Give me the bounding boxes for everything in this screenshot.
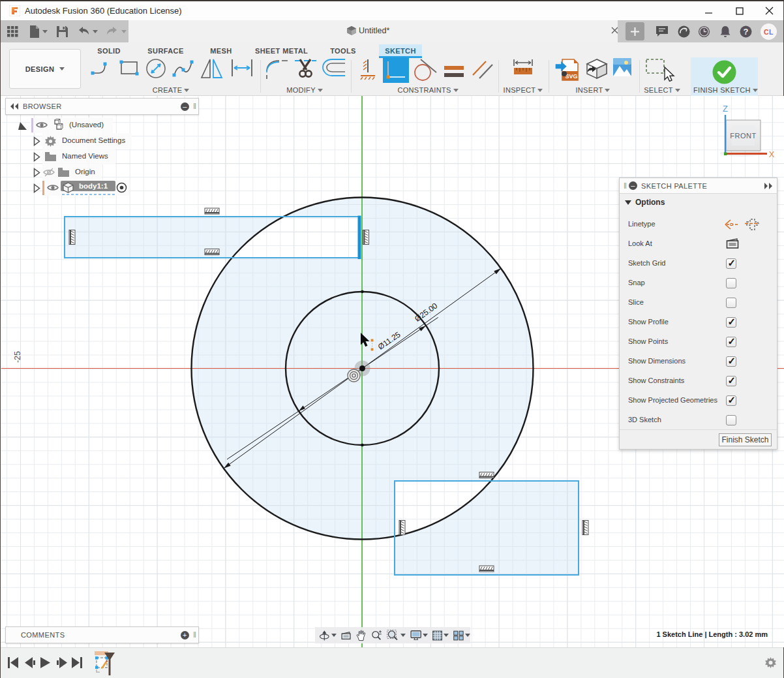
equal-constraint-icon[interactable] (443, 58, 465, 82)
snap-checkbox[interactable] (726, 278, 736, 288)
coincident-constraint-button-active[interactable] (383, 57, 409, 83)
browser-item-label[interactable]: Origin (75, 168, 95, 176)
view-cube[interactable]: FRONT Z X (708, 100, 780, 162)
timeline-step-back-button[interactable] (25, 657, 36, 668)
constraint-badge[interactable] (479, 472, 494, 478)
show-projected-geometries-checkbox[interactable] (726, 395, 736, 406)
constraints-group-label[interactable]: CONSTRAINTS (395, 86, 460, 94)
orbit-icon[interactable] (319, 628, 330, 643)
grid-display-icon[interactable] (432, 629, 442, 642)
visibility-eye-icon[interactable] (47, 183, 59, 192)
measure-tool-icon[interactable] (513, 58, 534, 78)
workspace-selector[interactable]: DESIGN (9, 49, 81, 89)
maximize-button[interactable] (725, 1, 754, 20)
browser-item-document-settings[interactable]: Document Settings (5, 133, 201, 149)
browser-panel-header[interactable]: BROWSER – ‖ (5, 98, 199, 115)
comments-grip[interactable]: ‖ (193, 630, 196, 639)
palette-options-section[interactable]: Options (625, 198, 665, 207)
parallel-constraint-icon[interactable] (470, 58, 495, 82)
show-profile-checkbox[interactable] (726, 317, 736, 328)
show-constraints-checkbox[interactable] (726, 376, 736, 386)
timeline-go-to-start-button[interactable] (8, 657, 18, 668)
new-tab-button[interactable] (626, 22, 644, 40)
inspect-group-label[interactable]: INSPECT (503, 86, 543, 94)
visibility-off-icon[interactable] (43, 168, 55, 177)
mirror-tool-icon[interactable] (200, 58, 224, 80)
browser-remove-icon[interactable]: – (181, 102, 189, 111)
job-status-icon[interactable] (675, 23, 692, 40)
look-at-view-icon[interactable] (341, 630, 351, 641)
constraint-badge[interactable] (479, 566, 494, 572)
constraint-badge[interactable] (205, 249, 219, 255)
add-comment-icon[interactable]: + (181, 631, 189, 639)
avatar[interactable]: CL (761, 23, 777, 40)
view-cube-face-label[interactable]: FRONT (730, 132, 756, 140)
tab-solid[interactable]: SOLID (93, 44, 125, 58)
timeline-play-button[interactable] (40, 657, 50, 668)
browser-item-label[interactable]: Named Views (62, 152, 108, 160)
finish-sketch-palette-button[interactable]: Finish Sketch (719, 433, 772, 446)
look-at-icon[interactable] (726, 238, 739, 249)
app-grid-menu-button[interactable] (7, 26, 18, 37)
minimize-button[interactable] (695, 1, 723, 20)
clock-icon[interactable] (695, 23, 712, 40)
pan-hand-icon[interactable] (356, 628, 366, 643)
offset-tool-icon[interactable] (322, 58, 346, 78)
zoom-icon[interactable] (371, 628, 382, 643)
redo-button[interactable] (106, 26, 127, 37)
sketch-palette-header[interactable]: ‖ – SKETCH PALETTE (620, 178, 777, 194)
timeline-playhead[interactable] (104, 653, 115, 675)
constraint-badge[interactable] (363, 230, 369, 245)
rectangle-tool-icon[interactable] (119, 58, 140, 78)
trim-tool-icon[interactable] (294, 58, 317, 80)
3d-sketch-checkbox[interactable] (726, 415, 736, 425)
constraint-badge[interactable] (399, 521, 405, 535)
undo-button[interactable] (77, 26, 98, 37)
collapsed-arrow-icon[interactable] (33, 136, 40, 146)
browser-item-root[interactable]: (Unsaved) (5, 117, 201, 133)
spline-tool-icon[interactable] (172, 58, 195, 80)
expanded-arrow-icon[interactable] (18, 121, 27, 131)
tab-sheet-metal[interactable]: SHEET METAL (255, 44, 307, 58)
show-points-checkbox[interactable] (726, 337, 736, 347)
collapsed-arrow-icon[interactable] (33, 168, 40, 177)
collapsed-arrow-icon[interactable] (33, 152, 40, 162)
notification-bell-icon[interactable] (717, 23, 734, 40)
ground-target-icon[interactable] (116, 182, 127, 193)
tab-tools[interactable]: TOOLS (327, 44, 359, 58)
modify-group-label[interactable]: MODIFY (284, 86, 325, 94)
help-icon[interactable]: ? (737, 23, 754, 40)
centerline-icon[interactable] (744, 218, 761, 231)
timeline-go-to-end-button[interactable] (72, 657, 82, 668)
display-settings-icon[interactable] (410, 628, 421, 642)
zoom-window-icon[interactable] (387, 628, 399, 643)
finish-sketch-label[interactable]: FINISH SKETCH (693, 86, 756, 94)
line-tool-icon[interactable] (91, 58, 113, 78)
center-point[interactable] (359, 365, 365, 371)
collapsed-arrow-icon[interactable] (33, 183, 40, 193)
sketch-grid-checkbox[interactable] (726, 258, 736, 269)
document-tab[interactable]: Untitled* (128, 20, 618, 42)
visibility-eye-icon[interactable] (36, 121, 48, 129)
save-button[interactable] (57, 26, 68, 37)
collapse-browser-icon[interactable] (10, 103, 19, 110)
browser-grip[interactable]: ‖ (193, 102, 196, 111)
create-group-label[interactable]: CREATE (151, 86, 191, 94)
browser-item-label[interactable]: Document Settings (62, 136, 125, 144)
constraint-badge[interactable] (69, 230, 75, 245)
tab-mesh[interactable]: MESH (206, 44, 236, 58)
constraint-badge[interactable] (582, 521, 588, 535)
comments-panel-header[interactable]: COMMENTS + ‖ (5, 626, 199, 643)
browser-item-origin[interactable]: Origin (5, 164, 201, 180)
insert-image-icon[interactable] (613, 58, 631, 76)
timeline-settings-gear-icon[interactable] (764, 656, 777, 669)
palette-remove-icon[interactable]: – (629, 181, 637, 190)
show-dimensions-checkbox[interactable] (726, 356, 736, 367)
horizontal-vertical-constraint-icon[interactable] (359, 58, 378, 82)
construction-line-icon[interactable] (724, 218, 740, 231)
select-tool-icon[interactable] (645, 58, 676, 82)
sketch-dimension-tool-icon[interactable] (230, 58, 254, 78)
circle-tool-icon[interactable] (145, 58, 167, 80)
insert-mcmaster-icon[interactable] (584, 58, 609, 80)
browser-item-named-views[interactable]: Named Views (5, 149, 201, 164)
